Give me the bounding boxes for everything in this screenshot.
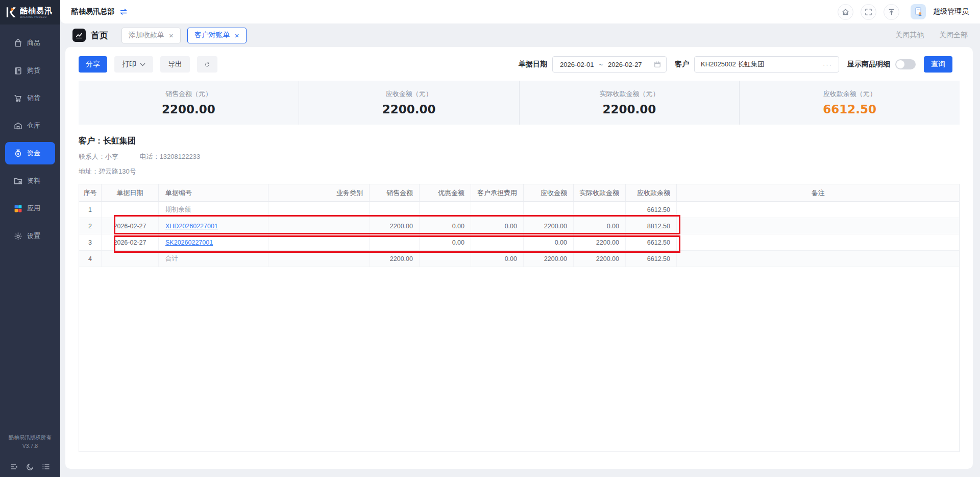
table-cell <box>574 202 626 218</box>
table-cell: 0.00 <box>574 218 626 234</box>
tab-home-label[interactable]: 首页 <box>91 30 108 41</box>
table-row: 32026-02-27SK202602270010.000.002200.006… <box>79 234 959 251</box>
customer-filter-label: 客户 <box>675 60 689 69</box>
print-button[interactable]: 打印 <box>114 56 153 73</box>
summary-receivable-balance: 应收款余额（元） 6612.50 <box>740 81 960 125</box>
table-cell <box>420 251 471 267</box>
topbar: 酷柚易汛总部 超级管理员 <box>60 0 980 23</box>
date-range-label: 单据日期 <box>519 60 547 69</box>
moneybag-icon <box>14 149 22 158</box>
sidebar-item-sales[interactable]: 销货 <box>5 87 55 109</box>
customer-title: 客户：长虹集团 <box>79 136 960 147</box>
dark-mode-moon-icon[interactable] <box>26 463 34 471</box>
table-cell: 6612.50 <box>626 251 677 267</box>
home-button[interactable] <box>838 4 853 20</box>
toolbar: 分享 打印 导出 单据日期 2026-02-01 ~ 2026-02-27 客户… <box>79 56 960 73</box>
more-ellipsis-icon[interactable]: ··· <box>823 61 832 68</box>
column-header: 应收款余额 <box>626 184 677 201</box>
document-link[interactable]: XHD20260227001 <box>165 223 218 230</box>
table-cell <box>677 202 959 218</box>
current-user-name: 超级管理员 <box>933 7 969 16</box>
table-cell: 4 <box>79 251 102 267</box>
sidebar-item-purchase[interactable]: 购货 <box>5 59 55 82</box>
sidebar-menu: 商品 购货 销货 仓库 资金 资料 应用 设置 <box>0 25 60 247</box>
fullscreen-button[interactable] <box>861 4 876 20</box>
close-all-button[interactable]: 关闭全部 <box>939 31 968 40</box>
table-cell: 0.00 <box>524 234 574 250</box>
close-tab-icon[interactable]: × <box>169 31 174 40</box>
bag-icon <box>14 39 22 47</box>
date-start-value: 2026-02-01 <box>560 61 594 68</box>
collapse-sidebar-icon[interactable] <box>10 463 18 471</box>
table-cell <box>471 202 524 218</box>
sidebar-item-goods[interactable]: 商品 <box>5 32 55 54</box>
table-cell: XHD20260227001 <box>159 218 268 234</box>
sidebar-item-warehouse[interactable]: 仓库 <box>5 114 55 137</box>
filter-bar: 单据日期 2026-02-01 ~ 2026-02-27 客户 KH202500… <box>519 56 960 73</box>
sidebar-item-label: 商品 <box>27 38 40 47</box>
column-header: 客户承担费用 <box>471 184 524 201</box>
table-cell: 2200.00 <box>574 234 626 250</box>
document-link[interactable]: SK20260227001 <box>165 239 213 246</box>
user-avatar[interactable] <box>911 4 926 19</box>
sidebar-item-funds[interactable]: 资金 <box>5 142 55 164</box>
sidebar-item-apps[interactable]: 应用 <box>5 197 55 220</box>
table-cell: 0.00 <box>420 234 471 250</box>
column-header: 应收金额 <box>524 184 574 201</box>
back-to-top-button[interactable] <box>884 4 899 20</box>
close-others-button[interactable]: 关闭其他 <box>895 31 924 40</box>
summary-received-amount: 实际收款金额（元） 2200.00 <box>520 81 740 125</box>
customer-select-input[interactable]: KH2025002 长虹集团 ··· <box>694 56 839 73</box>
tab-add-receipt[interactable]: 添加收款单 × <box>121 28 181 43</box>
home-icon <box>842 8 849 16</box>
tab-label: 客户对账单 <box>194 31 230 40</box>
tab-label: 添加收款单 <box>129 31 164 40</box>
export-button[interactable]: 导出 <box>160 56 190 73</box>
column-header: 实际收款金额 <box>574 184 626 201</box>
table-row: 4合计2200.000.002200.002200.006612.50 <box>79 251 959 267</box>
column-header: 优惠金额 <box>420 184 471 201</box>
customer-contact-line: 联系人：小李 电话：13208122233 <box>79 152 960 161</box>
customer-info: 客户：长虹集团 联系人：小李 电话：13208122233 地址：碧云路130号 <box>79 136 960 176</box>
cart-icon <box>14 94 22 103</box>
sidebar-item-data[interactable]: 资料 <box>5 170 55 192</box>
sidebar-item-label: 资金 <box>27 149 40 158</box>
list-menu-icon[interactable] <box>42 463 50 471</box>
home-chart-icon[interactable] <box>72 29 86 42</box>
switch-company-icon[interactable] <box>119 8 128 15</box>
table-row: 22026-02-27XHD202602270012200.000.000.00… <box>79 218 959 234</box>
to-top-icon <box>888 8 895 16</box>
sidebar-footer-icons <box>0 463 60 471</box>
statement-panel: 分享 打印 导出 单据日期 2026-02-01 ~ 2026-02-27 客户… <box>65 47 973 469</box>
show-detail-toggle[interactable] <box>895 59 916 69</box>
gear-icon <box>14 232 22 241</box>
table-cell: SK20260227001 <box>159 234 268 250</box>
table-cell <box>677 234 959 250</box>
column-header: 单据编号 <box>159 184 268 201</box>
tab-operations: 关闭其他 关闭全部 <box>895 31 968 40</box>
sidebar-item-settings[interactable]: 设置 <box>5 225 55 247</box>
refresh-button[interactable] <box>197 56 217 73</box>
share-button[interactable]: 分享 <box>79 56 107 73</box>
query-button[interactable]: 查询 <box>924 56 952 73</box>
avatar-icon <box>913 7 923 17</box>
column-header: 备注 <box>677 184 959 201</box>
sidebar-footer: 酷柚易汛版权所有 V3.7.8 <box>0 433 60 450</box>
tab-customer-statement[interactable]: 客户对账单 × <box>187 28 247 43</box>
calendar-icon <box>654 61 661 68</box>
table-cell <box>471 234 524 250</box>
chevron-down-icon <box>140 63 145 66</box>
logo-subtext: WALKING POMELO <box>20 15 53 18</box>
sidebar-item-label: 购货 <box>27 66 40 75</box>
contact-person: 联系人：小李 <box>79 153 118 160</box>
sidebar-item-label: 仓库 <box>27 121 40 130</box>
table-cell: 合计 <box>159 251 268 267</box>
table-row: 1期初余额6612.50 <box>79 202 959 218</box>
folder-icon <box>14 177 22 185</box>
close-tab-icon[interactable]: × <box>235 31 239 40</box>
sidebar-item-label: 销货 <box>27 93 40 103</box>
table-cell: 1 <box>79 202 102 218</box>
date-separator: ~ <box>599 61 603 68</box>
table-cell: 0.00 <box>471 251 524 267</box>
date-range-input[interactable]: 2026-02-01 ~ 2026-02-27 <box>552 56 667 73</box>
